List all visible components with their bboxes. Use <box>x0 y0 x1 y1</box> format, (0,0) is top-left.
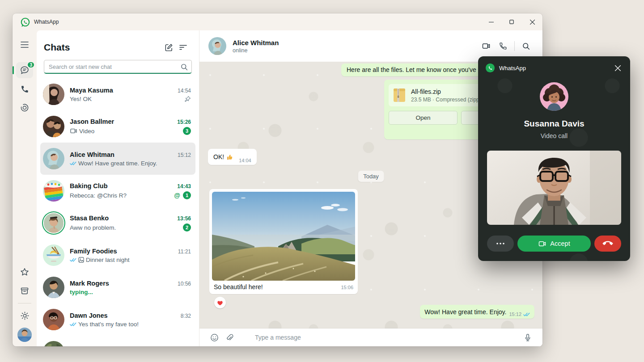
file-meta: 23.5 MB · Compressed (zipp <box>411 97 479 103</box>
file-name: All-files.zip <box>411 88 479 95</box>
unread-badge: 1 <box>183 191 191 199</box>
chat-item-maya-kasuma[interactable]: Maya Kasuma14:54 Yes! OK <box>40 78 195 110</box>
nav-calls[interactable] <box>16 81 33 97</box>
photo-icon <box>78 257 84 263</box>
star-icon <box>20 268 29 277</box>
titlebar: WhatsApp <box>13 13 542 30</box>
chat-item-ziggy-woodley[interactable]: Ziggy Woodley9:12 <box>40 336 195 346</box>
contact-name: Alice Whitman <box>233 39 478 46</box>
nav-chats[interactable]: 3 <box>16 62 33 78</box>
header-divider <box>514 41 515 51</box>
chat-item-baking-club[interactable]: Baking Club14:43 Rebecca: @Chris R? @ 1 <box>40 175 195 207</box>
accept-call-button[interactable]: Accept <box>517 236 591 252</box>
voice-call-button[interactable] <box>495 38 512 54</box>
typing-indicator: typing... <box>70 289 191 295</box>
nav-rail: 3 <box>13 30 37 346</box>
caller-avatar <box>540 82 568 111</box>
message-outgoing-wow[interactable]: Wow! Have great time. Enjoy. 15:12 <box>420 305 534 319</box>
filter-chats-button[interactable] <box>176 41 190 54</box>
nav-status[interactable] <box>16 100 33 116</box>
chat-item-jason-ballmer[interactable]: Jason Ballmer15:26 Video 3 <box>40 110 195 143</box>
unread-badge: 3 <box>183 127 191 135</box>
avatar <box>43 277 64 298</box>
microphone-icon <box>524 333 531 342</box>
chat-item-alice-whitman[interactable]: Alice Whitman15:12 Wow! Have great time.… <box>40 143 195 175</box>
whatsapp-window: WhatsApp 3 <box>13 13 542 346</box>
ellipsis-icon <box>496 243 504 244</box>
attach-button[interactable] <box>222 330 237 345</box>
avatar <box>43 341 64 346</box>
nav-starred[interactable] <box>16 264 33 280</box>
chats-title: Chats <box>44 42 161 53</box>
chats-unread-badge: 3 <box>27 61 35 68</box>
video-call-button[interactable] <box>478 38 495 54</box>
message-input[interactable] <box>255 334 520 341</box>
heart-reaction[interactable] <box>214 297 226 308</box>
chat-item-dawn-jones[interactable]: Dawn Jones8:32 Yes that's my fave too! <box>40 303 195 336</box>
video-call-icon <box>482 42 491 50</box>
chat-item-mark-rogers[interactable]: Mark Rogers10:56 typing... <box>40 271 195 303</box>
search-icon <box>522 42 530 50</box>
contact-status: online <box>233 47 478 54</box>
nav-settings[interactable] <box>16 307 33 324</box>
phone-icon <box>499 42 507 50</box>
calls-icon <box>21 85 29 93</box>
new-chat-button[interactable] <box>161 41 176 54</box>
paperclip-icon <box>225 333 233 341</box>
rail-divider <box>18 303 31 303</box>
caller-video-preview <box>487 151 621 225</box>
read-ticks-icon <box>523 312 530 319</box>
profile-avatar[interactable] <box>17 328 32 342</box>
message-input-bar <box>199 328 542 346</box>
search-input[interactable] <box>44 60 192 74</box>
archive-icon <box>20 286 29 295</box>
new-chat-icon <box>165 43 173 52</box>
read-ticks-icon <box>70 161 76 166</box>
video-icon <box>538 240 547 247</box>
popup-close-button[interactable] <box>611 62 624 74</box>
filter-icon <box>179 45 187 50</box>
photo-caption: So beautiful here! <box>214 283 341 290</box>
chat-item-family-foodies[interactable]: Family Foodies11:21 Dinner last night <box>40 239 195 271</box>
voice-message-button[interactable] <box>520 330 535 345</box>
search-icon <box>181 63 188 71</box>
mention-icon: @ <box>174 192 180 199</box>
hamburger-icon <box>21 42 29 48</box>
date-divider: Today <box>358 171 384 182</box>
popup-app-name: WhatsApp <box>499 65 611 72</box>
message-photo[interactable]: So beautiful here! 15:06 <box>209 189 358 294</box>
caller-name: Susanna Davis <box>478 119 630 129</box>
zip-file-icon <box>393 88 406 103</box>
thumbs-up-emoji <box>227 154 233 160</box>
call-more-options-button[interactable] <box>487 236 514 252</box>
minimize-button[interactable] <box>481 13 501 30</box>
message-time: 15:06 <box>341 285 353 290</box>
avatar <box>43 84 64 105</box>
pinned-icon <box>184 96 191 102</box>
file-open-button[interactable]: Open <box>389 111 458 125</box>
chat-item-stasa-benko[interactable]: Stasa Benko13:56 Aww no problem. 2 <box>40 207 195 239</box>
menu-button[interactable] <box>16 37 33 53</box>
contact-avatar[interactable] <box>208 37 226 55</box>
search-in-chat-button[interactable] <box>517 38 534 54</box>
avatar <box>43 309 64 330</box>
whatsapp-logo-icon <box>485 63 495 73</box>
avatar <box>43 148 64 169</box>
video-icon <box>70 128 77 134</box>
chat-list-panel: Chats Maya Kasuma14:54 <box>37 30 199 346</box>
read-ticks-icon <box>70 322 76 327</box>
nav-archived[interactable] <box>16 283 33 299</box>
emoji-button[interactable] <box>207 330 222 345</box>
landscape-photo <box>212 192 355 281</box>
gear-icon <box>20 311 30 320</box>
call-type: Video call <box>478 132 630 139</box>
incoming-call-popup: WhatsApp Susanna Davis Video call <box>478 56 630 261</box>
decline-call-button[interactable] <box>594 236 621 252</box>
message-incoming-ok[interactable]: OK! 14:04 <box>208 149 257 165</box>
maximize-button[interactable] <box>501 13 522 30</box>
avatar-with-status-ring <box>44 213 64 233</box>
message-time: 14:04 <box>239 158 251 165</box>
chat-list: Maya Kasuma14:54 Yes! OK Jason Ballmer15… <box>37 78 199 346</box>
close-button[interactable] <box>522 13 542 30</box>
heart-icon <box>217 300 223 306</box>
